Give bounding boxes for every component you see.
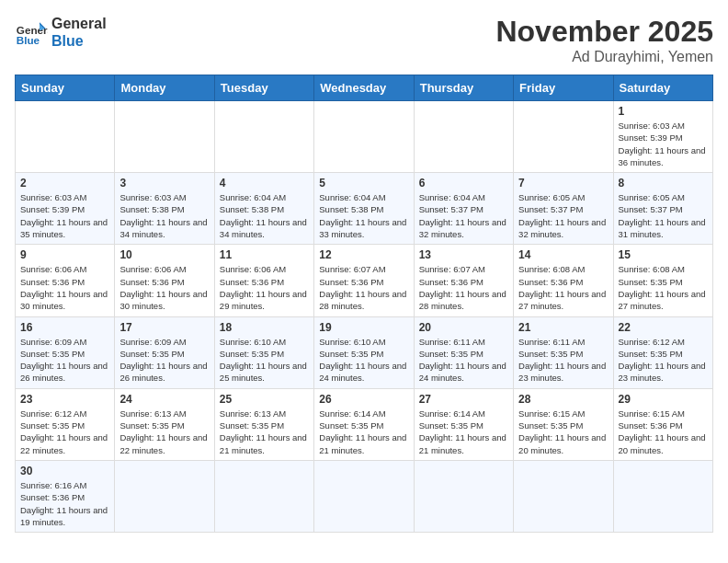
day-number: 25 <box>220 393 309 406</box>
calendar-week-row: 1Sunrise: 6:03 AM Sunset: 5:39 PM Daylig… <box>16 101 713 173</box>
day-number: 10 <box>119 248 209 261</box>
calendar-week-row: 2Sunrise: 6:03 AM Sunset: 5:39 PM Daylig… <box>16 173 713 245</box>
calendar-cell: 18Sunrise: 6:10 AM Sunset: 5:35 PM Dayli… <box>214 316 313 388</box>
calendar-cell: 12Sunrise: 6:07 AM Sunset: 5:36 PM Dayli… <box>314 245 414 316</box>
column-header-sunday: Sunday <box>16 75 115 101</box>
day-number: 24 <box>119 393 209 406</box>
calendar-cell: 10Sunrise: 6:06 AM Sunset: 5:36 PM Dayli… <box>115 245 214 316</box>
day-info: Sunrise: 6:05 AM Sunset: 5:37 PM Dayligh… <box>619 191 708 240</box>
calendar-week-row: 30Sunrise: 6:16 AM Sunset: 5:36 PM Dayli… <box>16 460 713 532</box>
day-number: 18 <box>220 321 309 334</box>
calendar-cell: 26Sunrise: 6:14 AM Sunset: 5:35 PM Dayli… <box>314 388 414 460</box>
column-header-monday: Monday <box>115 75 214 101</box>
calendar-cell: 5Sunrise: 6:04 AM Sunset: 5:38 PM Daylig… <box>314 173 414 245</box>
day-number: 19 <box>319 321 408 334</box>
calendar-cell: 22Sunrise: 6:12 AM Sunset: 5:35 PM Dayli… <box>613 316 712 388</box>
calendar-cell: 13Sunrise: 6:07 AM Sunset: 5:36 PM Dayli… <box>414 245 513 316</box>
calendar-cell: 6Sunrise: 6:04 AM Sunset: 5:37 PM Daylig… <box>414 173 513 245</box>
calendar-cell: 15Sunrise: 6:08 AM Sunset: 5:35 PM Dayli… <box>613 245 712 316</box>
day-number: 13 <box>419 248 508 261</box>
calendar-cell: 29Sunrise: 6:15 AM Sunset: 5:36 PM Dayli… <box>613 388 712 460</box>
calendar-cell: 23Sunrise: 6:12 AM Sunset: 5:35 PM Dayli… <box>16 388 115 460</box>
calendar-cell: 21Sunrise: 6:11 AM Sunset: 5:35 PM Dayli… <box>514 316 613 388</box>
calendar-cell: 11Sunrise: 6:06 AM Sunset: 5:36 PM Dayli… <box>214 245 313 316</box>
day-info: Sunrise: 6:03 AM Sunset: 5:38 PM Dayligh… <box>119 191 209 240</box>
calendar-cell <box>613 460 712 532</box>
day-number: 3 <box>119 177 209 190</box>
month-title: November 2025 <box>495 15 713 49</box>
day-number: 29 <box>619 393 708 406</box>
column-header-friday: Friday <box>514 75 613 101</box>
calendar-cell <box>514 101 613 173</box>
column-header-tuesday: Tuesday <box>214 75 313 101</box>
day-number: 23 <box>20 393 109 406</box>
column-header-saturday: Saturday <box>613 75 712 101</box>
day-info: Sunrise: 6:06 AM Sunset: 5:36 PM Dayligh… <box>220 263 309 312</box>
calendar-cell: 4Sunrise: 6:04 AM Sunset: 5:38 PM Daylig… <box>214 173 313 245</box>
day-number: 28 <box>518 393 608 406</box>
day-number: 2 <box>20 177 109 190</box>
day-info: Sunrise: 6:05 AM Sunset: 5:37 PM Dayligh… <box>518 191 608 240</box>
calendar-cell: 27Sunrise: 6:14 AM Sunset: 5:35 PM Dayli… <box>414 388 513 460</box>
day-info: Sunrise: 6:06 AM Sunset: 5:36 PM Dayligh… <box>20 263 109 312</box>
day-info: Sunrise: 6:07 AM Sunset: 5:36 PM Dayligh… <box>419 263 508 312</box>
day-number: 21 <box>518 321 608 334</box>
calendar-cell: 24Sunrise: 6:13 AM Sunset: 5:35 PM Dayli… <box>115 388 214 460</box>
day-number: 17 <box>119 321 209 334</box>
day-info: Sunrise: 6:10 AM Sunset: 5:35 PM Dayligh… <box>319 336 408 385</box>
column-header-thursday: Thursday <box>414 75 513 101</box>
page-header: General Blue General Blue November 2025 … <box>15 15 713 65</box>
calendar-cell: 14Sunrise: 6:08 AM Sunset: 5:36 PM Dayli… <box>514 245 613 316</box>
calendar-cell <box>314 460 414 532</box>
day-number: 1 <box>619 105 708 118</box>
calendar-cell: 19Sunrise: 6:10 AM Sunset: 5:35 PM Dayli… <box>314 316 414 388</box>
day-number: 11 <box>220 248 309 261</box>
calendar-cell: 7Sunrise: 6:05 AM Sunset: 5:37 PM Daylig… <box>514 173 613 245</box>
day-info: Sunrise: 6:07 AM Sunset: 5:36 PM Dayligh… <box>319 263 408 312</box>
calendar-cell: 17Sunrise: 6:09 AM Sunset: 5:35 PM Dayli… <box>115 316 214 388</box>
day-number: 7 <box>518 177 608 190</box>
day-number: 22 <box>619 321 708 334</box>
calendar-cell: 9Sunrise: 6:06 AM Sunset: 5:36 PM Daylig… <box>16 245 115 316</box>
calendar-week-row: 9Sunrise: 6:06 AM Sunset: 5:36 PM Daylig… <box>16 245 713 316</box>
calendar-cell: 20Sunrise: 6:11 AM Sunset: 5:35 PM Dayli… <box>414 316 513 388</box>
calendar-cell <box>514 460 613 532</box>
calendar-cell <box>16 101 115 173</box>
logo: General Blue General Blue <box>15 15 107 50</box>
column-header-wednesday: Wednesday <box>314 75 414 101</box>
day-number: 30 <box>20 465 109 477</box>
day-info: Sunrise: 6:16 AM Sunset: 5:36 PM Dayligh… <box>20 479 109 528</box>
calendar-cell: 1Sunrise: 6:03 AM Sunset: 5:39 PM Daylig… <box>613 101 712 173</box>
day-info: Sunrise: 6:11 AM Sunset: 5:35 PM Dayligh… <box>518 336 608 385</box>
day-info: Sunrise: 6:15 AM Sunset: 5:36 PM Dayligh… <box>619 408 708 456</box>
location-title: Ad Durayhimi, Yemen <box>495 49 713 65</box>
day-info: Sunrise: 6:06 AM Sunset: 5:36 PM Dayligh… <box>119 263 209 312</box>
calendar-cell: 30Sunrise: 6:16 AM Sunset: 5:36 PM Dayli… <box>16 460 115 532</box>
day-info: Sunrise: 6:08 AM Sunset: 5:36 PM Dayligh… <box>518 263 608 312</box>
day-info: Sunrise: 6:03 AM Sunset: 5:39 PM Dayligh… <box>20 191 109 240</box>
calendar-cell <box>115 460 214 532</box>
day-number: 8 <box>619 177 708 190</box>
calendar-cell <box>214 460 313 532</box>
day-number: 15 <box>619 248 708 261</box>
calendar-week-row: 23Sunrise: 6:12 AM Sunset: 5:35 PM Dayli… <box>16 388 713 460</box>
day-info: Sunrise: 6:04 AM Sunset: 5:38 PM Dayligh… <box>220 191 309 240</box>
calendar-cell <box>115 101 214 173</box>
calendar-cell <box>314 101 414 173</box>
day-info: Sunrise: 6:14 AM Sunset: 5:35 PM Dayligh… <box>319 408 408 456</box>
calendar-cell: 16Sunrise: 6:09 AM Sunset: 5:35 PM Dayli… <box>16 316 115 388</box>
day-info: Sunrise: 6:14 AM Sunset: 5:35 PM Dayligh… <box>419 408 508 456</box>
day-number: 16 <box>20 321 109 334</box>
day-number: 27 <box>419 393 508 406</box>
calendar-week-row: 16Sunrise: 6:09 AM Sunset: 5:35 PM Dayli… <box>16 316 713 388</box>
logo-icon: General Blue <box>15 16 48 49</box>
day-info: Sunrise: 6:09 AM Sunset: 5:35 PM Dayligh… <box>20 336 109 385</box>
svg-text:Blue: Blue <box>17 34 40 46</box>
day-info: Sunrise: 6:13 AM Sunset: 5:35 PM Dayligh… <box>119 408 209 456</box>
day-info: Sunrise: 6:12 AM Sunset: 5:35 PM Dayligh… <box>619 336 708 385</box>
calendar-table: SundayMondayTuesdayWednesdayThursdayFrid… <box>15 75 713 533</box>
day-number: 4 <box>220 177 309 190</box>
day-info: Sunrise: 6:13 AM Sunset: 5:35 PM Dayligh… <box>220 408 309 456</box>
day-number: 12 <box>319 248 408 261</box>
logo-blue: Blue <box>51 32 107 50</box>
